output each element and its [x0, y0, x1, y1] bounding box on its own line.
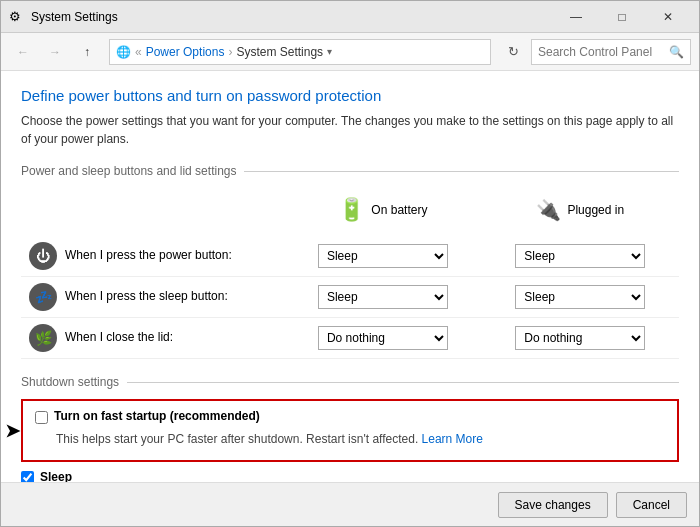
- breadcrumb-separator-2: ›: [228, 45, 232, 59]
- section-title-power-sleep: Power and sleep buttons and lid settings: [21, 164, 679, 178]
- table-row: 💤When I press the sleep button:Do nothin…: [21, 277, 679, 318]
- row-label-cell: 🌿When I close the lid:: [21, 318, 284, 359]
- battery-dropdown[interactable]: Do nothingSleepHibernateShut downTurn of…: [318, 326, 448, 350]
- back-button[interactable]: ←: [9, 38, 37, 66]
- on-battery-label: On battery: [371, 203, 427, 217]
- plugged-dropdown[interactable]: Do nothingSleepHibernateShut downTurn of…: [515, 285, 645, 309]
- table-row: 🌿When I close the lid:Do nothingSleepHib…: [21, 318, 679, 359]
- battery-select-cell: Do nothingSleepHibernateShut downTurn of…: [284, 236, 481, 277]
- arrow-pointer: ➤: [5, 420, 20, 442]
- row-icon: 🌿: [29, 324, 57, 352]
- plugged-select-cell: Do nothingSleepHibernateShut downTurn of…: [482, 277, 679, 318]
- battery-select-cell: Do nothingSleepHibernateShut downTurn of…: [284, 318, 481, 359]
- battery-header: 🔋 On battery: [292, 193, 473, 231]
- search-icon: 🔍: [669, 45, 684, 59]
- row-icon: ⏻: [29, 242, 57, 270]
- page-description: Choose the power settings that you want …: [21, 112, 679, 148]
- address-bar: ← → ↑ 🌐 « Power Options › System Setting…: [1, 33, 699, 71]
- battery-dropdown[interactable]: Do nothingSleepHibernateShut downTurn of…: [318, 244, 448, 268]
- search-input[interactable]: [538, 45, 669, 59]
- system-settings-window: ⚙ System Settings — □ ✕ ← → ↑ 🌐 « Power …: [0, 0, 700, 527]
- sleep-checkbox[interactable]: [21, 471, 34, 483]
- row-label: When I press the power button:: [65, 248, 232, 262]
- plugged-dropdown[interactable]: Do nothingSleepHibernateShut downTurn of…: [515, 326, 645, 350]
- fast-startup-label-text: Turn on fast startup (recommended): [54, 409, 260, 423]
- maximize-button[interactable]: □: [599, 1, 645, 33]
- sleep-label: Sleep: [21, 470, 679, 482]
- breadcrumb-power-options[interactable]: Power Options: [146, 45, 225, 59]
- row-icon: 💤: [29, 283, 57, 311]
- forward-button[interactable]: →: [41, 38, 69, 66]
- plug-icon: 🔌: [536, 198, 561, 222]
- main-scroll[interactable]: Define power buttons and turn on passwor…: [1, 71, 699, 482]
- battery-select-cell: Do nothingSleepHibernateShut downTurn of…: [284, 277, 481, 318]
- fast-startup-row: Turn on fast startup (recommended): [35, 409, 665, 424]
- settings-table: 🔋 On battery 🔌 Plugged in: [21, 188, 679, 359]
- row-label: When I close the lid:: [65, 330, 173, 344]
- shutdown-section: Shutdown settings ➤ Turn on fast startup…: [21, 375, 679, 482]
- plugged-in-label: Plugged in: [567, 203, 624, 217]
- fast-startup-label: Turn on fast startup (recommended): [54, 409, 260, 423]
- breadcrumb-root-icon: 🌐: [116, 45, 131, 59]
- breadcrumb-dropdown[interactable]: ▾: [327, 46, 332, 57]
- content-area: Define power buttons and turn on passwor…: [1, 71, 699, 482]
- fast-startup-box: Turn on fast startup (recommended) This …: [21, 399, 679, 462]
- up-button[interactable]: ↑: [73, 38, 101, 66]
- main-content: Define power buttons and turn on passwor…: [1, 71, 699, 482]
- row-label-cell: ⏻When I press the power button:: [21, 236, 284, 277]
- save-button[interactable]: Save changes: [498, 492, 608, 518]
- title-bar-controls: — □ ✕: [553, 1, 691, 33]
- learn-more-link[interactable]: Learn More: [422, 432, 483, 446]
- page-title: Define power buttons and turn on passwor…: [21, 87, 679, 104]
- cancel-button[interactable]: Cancel: [616, 492, 687, 518]
- breadcrumb-current: System Settings: [236, 45, 323, 59]
- plugged-select-cell: Do nothingSleepHibernateShut downTurn of…: [482, 318, 679, 359]
- row-label: When I press the sleep button:: [65, 289, 228, 303]
- title-bar: ⚙ System Settings — □ ✕: [1, 1, 699, 33]
- plugged-dropdown[interactable]: Do nothingSleepHibernateShut downTurn of…: [515, 244, 645, 268]
- sleep-row: Sleep Show in Power menu.: [21, 470, 679, 482]
- plugged-header: 🔌 Plugged in: [490, 194, 671, 230]
- plugged-select-cell: Do nothingSleepHibernateShut downTurn of…: [482, 236, 679, 277]
- fast-startup-checkbox[interactable]: [35, 411, 48, 424]
- battery-dropdown[interactable]: Do nothingSleepHibernateShut downTurn of…: [318, 285, 448, 309]
- window-title: System Settings: [31, 10, 553, 24]
- minimize-button[interactable]: —: [553, 1, 599, 33]
- battery-icon: 🔋: [338, 197, 365, 223]
- breadcrumb-bar: 🌐 « Power Options › System Settings ▾: [109, 39, 491, 65]
- window-icon: ⚙: [9, 9, 25, 25]
- refresh-button[interactable]: ↻: [499, 38, 527, 66]
- fast-startup-container: ➤ Turn on fast startup (recommended) Thi…: [21, 399, 679, 462]
- row-label-cell: 💤When I press the sleep button:: [21, 277, 284, 318]
- close-button[interactable]: ✕: [645, 1, 691, 33]
- power-sleep-section: Power and sleep buttons and lid settings…: [21, 164, 679, 359]
- fast-startup-sublabel: This helps start your PC faster after sh…: [56, 432, 665, 446]
- table-row: ⏻When I press the power button:Do nothin…: [21, 236, 679, 277]
- bottom-bar: Save changes Cancel: [1, 482, 699, 526]
- breadcrumb-separator-1: «: [135, 45, 142, 59]
- section-title-shutdown: Shutdown settings: [21, 375, 679, 389]
- search-bar: 🔍: [531, 39, 691, 65]
